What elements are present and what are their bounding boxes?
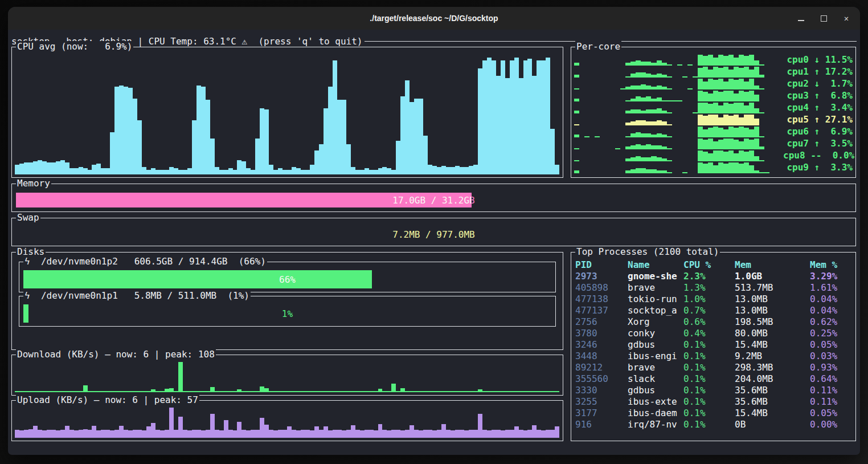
minimize-button[interactable] bbox=[796, 14, 805, 23]
chart-bar bbox=[487, 58, 492, 174]
process-cell-pid: 89212 bbox=[575, 362, 628, 373]
chart-bar bbox=[432, 430, 437, 438]
chart-bar bbox=[460, 391, 464, 392]
sparkline-bar bbox=[636, 168, 641, 174]
sparkline-bar bbox=[708, 162, 713, 173]
chart-bar bbox=[24, 391, 28, 392]
chart-bar bbox=[410, 102, 414, 174]
maximize-button[interactable] bbox=[819, 14, 828, 23]
process-cell-name: brave bbox=[628, 282, 683, 294]
chart-bar bbox=[400, 430, 405, 438]
sparkline-bar bbox=[651, 145, 656, 149]
sparkline-bar bbox=[625, 87, 630, 89]
core-label: cpu1 ↑ 17.2% bbox=[783, 66, 853, 78]
chart-bar bbox=[65, 426, 69, 438]
process-cell-name: tokio-run bbox=[628, 294, 683, 305]
chart-bar bbox=[74, 430, 79, 438]
core-row: cpu5 ↑ 27.1% bbox=[574, 113, 853, 125]
chart-bar bbox=[215, 167, 219, 174]
chart-bar bbox=[492, 60, 496, 174]
process-cell-name: gdbus bbox=[628, 385, 683, 396]
chart-bar bbox=[24, 162, 28, 174]
sparkline-bar bbox=[698, 127, 703, 137]
sparkline-bar bbox=[662, 75, 667, 78]
window-titlebar[interactable]: ./target/release/soc ~/D/G/socktop ✕ bbox=[8, 7, 860, 30]
chart-bar bbox=[15, 430, 19, 438]
close-button[interactable]: ✕ bbox=[842, 14, 851, 23]
core-row: cpu8 -- 0.0% bbox=[574, 149, 853, 161]
sparkline-bar bbox=[734, 140, 739, 149]
chart-bar bbox=[187, 430, 192, 438]
column-header: PID bbox=[575, 259, 628, 271]
sparkline-bar bbox=[693, 76, 698, 78]
chart-bar bbox=[428, 430, 432, 438]
chart-bar bbox=[206, 100, 210, 174]
chart-bar bbox=[224, 420, 228, 438]
sparkline-bar bbox=[646, 86, 651, 89]
sparkline-bar bbox=[723, 56, 728, 66]
sparkline-bar bbox=[574, 170, 579, 173]
sparkline-bar bbox=[574, 160, 579, 161]
chart-bar bbox=[414, 391, 419, 392]
sparkline-bar bbox=[662, 170, 667, 173]
sparkline-bar bbox=[574, 75, 579, 78]
chart-bar bbox=[446, 430, 451, 438]
sparkline-bar bbox=[574, 111, 579, 113]
chart-bar bbox=[460, 167, 464, 174]
process-row: 89212brave0.1%298.3MB0.93% bbox=[575, 362, 853, 373]
process-cell-mem: 298.3MB bbox=[735, 362, 810, 373]
process-cell-memp: 0.04% bbox=[810, 294, 853, 305]
chart-bar bbox=[365, 430, 369, 438]
chart-bar bbox=[546, 391, 550, 392]
chart-bar bbox=[319, 144, 324, 174]
chart-bar bbox=[228, 168, 233, 174]
sparkline-bar bbox=[754, 139, 759, 149]
chart-bar bbox=[278, 168, 282, 174]
sparkline-bar bbox=[739, 117, 744, 125]
chart-bar bbox=[165, 430, 169, 438]
sparkline-bar bbox=[641, 133, 646, 137]
chart-bar bbox=[201, 430, 206, 438]
sparkline-bar bbox=[641, 97, 646, 101]
chart-bar bbox=[65, 162, 69, 174]
process-cell-name: gnome-she bbox=[628, 271, 683, 282]
sparkline-bar bbox=[636, 132, 641, 138]
sparkline-bar bbox=[667, 172, 672, 173]
chart-bar bbox=[38, 160, 42, 174]
chart-bar bbox=[219, 170, 224, 174]
chart-bar bbox=[314, 150, 319, 174]
process-row: 3448ibus-engi0.1%9.2MB0.03% bbox=[575, 351, 853, 362]
core-label: cpu4 ↑ 3.4% bbox=[783, 102, 853, 113]
chart-bar bbox=[24, 430, 28, 438]
sparkline-bar bbox=[713, 91, 718, 101]
sparkline-bar bbox=[625, 123, 630, 125]
chart-bar bbox=[382, 391, 387, 392]
process-cell-pid: 405898 bbox=[575, 282, 628, 294]
chart-bar bbox=[369, 170, 374, 174]
sparkline-bar bbox=[630, 74, 636, 78]
sparkline-bar bbox=[651, 135, 656, 137]
process-cell-pid: 3177 bbox=[575, 408, 628, 419]
chart-bar bbox=[437, 391, 441, 392]
sparkline-bar bbox=[667, 100, 672, 101]
chart-bar bbox=[42, 430, 47, 438]
process-row: 3177ibus-daem0.1%15.4MB0.05% bbox=[575, 408, 853, 419]
chart-bar bbox=[241, 391, 246, 392]
chart-bar bbox=[187, 168, 192, 174]
chart-bar bbox=[210, 387, 215, 392]
chart-bar bbox=[510, 60, 514, 174]
chart-bar bbox=[83, 429, 88, 438]
chart-bar bbox=[251, 170, 255, 174]
process-row: 3255ibus-exte0.1%35.6MB0.11% bbox=[575, 396, 853, 408]
sparkline-bar bbox=[636, 60, 641, 66]
chart-bar bbox=[296, 391, 301, 392]
chart-bar bbox=[160, 170, 165, 174]
process-table: PIDNameCPU %MemMem %2973gnome-she2.3%1.0… bbox=[575, 259, 853, 438]
chart-bar bbox=[92, 165, 96, 174]
chart-bar bbox=[527, 59, 532, 174]
chart-bar bbox=[532, 391, 537, 392]
chart-bar bbox=[28, 429, 33, 438]
chart-bar bbox=[264, 425, 269, 438]
process-cell-name: gdbus bbox=[628, 339, 683, 351]
sparkline-bar bbox=[744, 162, 749, 173]
